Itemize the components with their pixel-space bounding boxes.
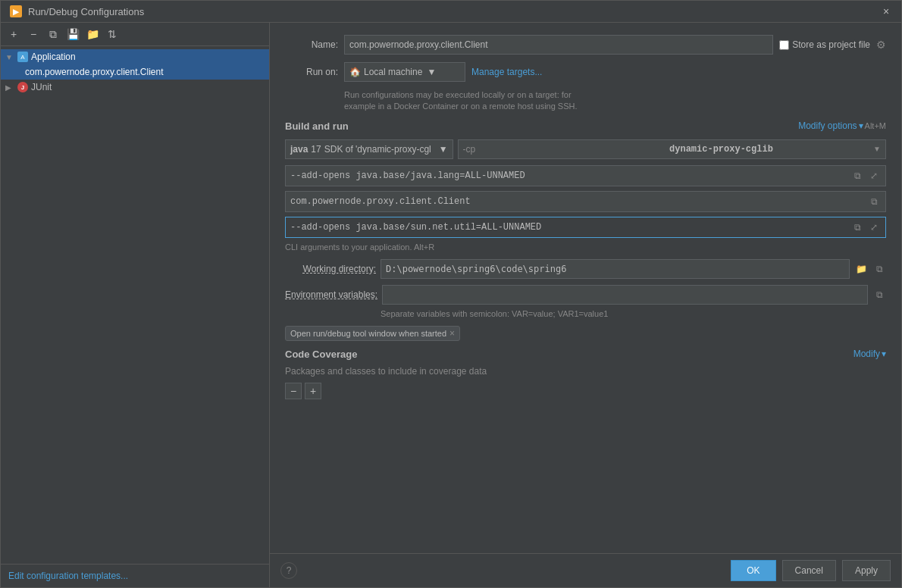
- program-args-field: --add-opens java.base/sun.net.util=ALL-U…: [285, 217, 886, 238]
- code-coverage-header: Code Coverage Modify ▾: [285, 349, 886, 360]
- junit-group-header[interactable]: ▶ J JUnit: [1, 80, 269, 95]
- coverage-buttons-row: − +: [285, 383, 886, 399]
- main-class-icons: ⧉: [867, 195, 881, 208]
- ok-button[interactable]: OK: [731, 560, 775, 581]
- vm-options-copy-icon[interactable]: ⧉: [850, 169, 864, 183]
- store-project-checkbox[interactable]: [779, 40, 789, 50]
- junit-label: JUnit: [31, 82, 52, 92]
- run-on-hint-line1: Run configurations may be executed local…: [344, 90, 572, 99]
- home-icon: 🏠: [349, 67, 361, 77]
- sdk-row: java 17 SDK of 'dynamic-proxy-cgl ▼ -cp …: [285, 139, 886, 159]
- modify-options-link[interactable]: Modify options ▾ Alt+M: [798, 120, 886, 131]
- gear-icon[interactable]: ⚙: [876, 39, 886, 51]
- dropdown-arrow-icon: ▼: [427, 67, 436, 77]
- modify-options-container: Modify options ▾ Alt+M: [798, 120, 886, 131]
- coverage-packages-label: Packages and classes to include in cover…: [285, 366, 886, 377]
- apply-button[interactable]: Apply: [842, 560, 891, 581]
- working-dir-folder-icon[interactable]: 📁: [854, 262, 868, 276]
- cancel-button[interactable]: Cancel: [782, 560, 836, 581]
- copy-config-button[interactable]: ⧉: [45, 26, 61, 42]
- application-label: Application: [31, 52, 76, 62]
- name-row: Name: Store as project file ⚙: [285, 35, 886, 55]
- run-on-hint: Run configurations may be executed local…: [344, 89, 886, 113]
- coverage-plus-button[interactable]: +: [305, 383, 321, 399]
- run-debug-dialog: ▶ Run/Debug Configurations × + − ⧉ 💾 📁 ⇅…: [0, 0, 902, 588]
- config-area: Name: Store as project file ⚙ Run on: 🏠 …: [270, 23, 901, 553]
- title-bar-left: ▶ Run/Debug Configurations: [10, 5, 144, 17]
- main-class-copy-icon[interactable]: ⧉: [867, 195, 881, 208]
- app-icon: ▶: [10, 5, 22, 17]
- cp-dropdown-arrow-icon: ▼: [873, 145, 881, 153]
- cli-hint: CLI arguments to your application. Alt+R: [285, 242, 886, 252]
- open-debug-tool-close-icon[interactable]: ×: [449, 328, 455, 339]
- close-button[interactable]: ×: [880, 5, 892, 17]
- open-debug-tool-tag: Open run/debug tool window when started …: [285, 326, 460, 341]
- vm-options-expand-icon[interactable]: ⤢: [867, 169, 881, 183]
- junit-group: ▶ J JUnit: [1, 80, 269, 95]
- save-config-button[interactable]: 💾: [64, 26, 81, 42]
- working-dir-row: Working directory: 📁 ⧉: [285, 259, 886, 279]
- code-coverage-modify-text: Modify: [853, 349, 880, 359]
- env-vars-label: Environment variables:: [285, 289, 377, 300]
- code-coverage-chevron-icon: ▾: [882, 349, 886, 359]
- remove-config-button[interactable]: −: [25, 26, 42, 42]
- vm-options-icons: ⧉ ⤢: [850, 169, 881, 183]
- env-vars-row: Environment variables: ⧉: [285, 285, 886, 305]
- sidebar-toolbar: + − ⧉ 💾 📁 ⇅: [1, 23, 269, 46]
- junit-icon: J: [17, 82, 28, 92]
- footer-right: OK Cancel Apply: [731, 560, 891, 581]
- vm-options-field: --add-opens java.base/java.lang=ALL-UNNA…: [285, 165, 886, 186]
- code-coverage-section: Code Coverage Modify ▾ Packages and clas…: [285, 349, 886, 399]
- env-vars-copy-icon[interactable]: ⧉: [872, 288, 886, 302]
- sdk-dropdown-arrow-icon: ▼: [439, 144, 448, 155]
- program-args-icons: ⧉ ⤢: [850, 220, 881, 234]
- store-project-text: Store as project file: [792, 39, 870, 50]
- application-child-label: com.powernode.proxy.client.Client: [25, 67, 164, 77]
- folder-config-button[interactable]: 📁: [84, 26, 101, 42]
- env-vars-input[interactable]: [382, 285, 868, 305]
- cp-dropdown[interactable]: -cp dynamic-proxy-cglib ▼: [458, 139, 886, 159]
- sidebar-tree: ▼ A Application com.powernode.proxy.clie…: [1, 46, 269, 564]
- program-args-expand-icon[interactable]: ⤢: [867, 220, 881, 234]
- dialog-title: Run/Debug Configurations: [28, 6, 144, 17]
- working-dir-input[interactable]: [381, 259, 850, 279]
- build-run-title: Build and run: [285, 120, 349, 132]
- sdk-version-label: 17: [311, 144, 321, 155]
- add-config-button[interactable]: +: [5, 26, 22, 42]
- application-child-item[interactable]: com.powernode.proxy.client.Client: [1, 64, 269, 80]
- program-args-copy-icon[interactable]: ⧉: [850, 220, 864, 234]
- env-vars-hint: Separate variables with semicolon: VAR=v…: [381, 309, 886, 318]
- code-coverage-modify-link[interactable]: Modify ▾: [853, 349, 886, 359]
- program-args-value[interactable]: --add-opens java.base/sun.net.util=ALL-U…: [290, 222, 846, 233]
- application-arrow: ▼: [5, 53, 14, 61]
- help-button[interactable]: ?: [280, 562, 297, 579]
- run-on-label: Run on:: [285, 67, 338, 77]
- run-on-dropdown[interactable]: 🏠 Local machine ▼: [344, 62, 465, 82]
- working-dir-label: Working directory:: [285, 264, 376, 274]
- edit-templates-link[interactable]: Edit configuration templates...: [8, 571, 128, 581]
- run-on-row: Run on: 🏠 Local machine ▼ Manage targets…: [285, 62, 886, 82]
- main-content: + − ⧉ 💾 📁 ⇅ ▼ A Application com.powernod…: [1, 23, 901, 587]
- manage-targets-link[interactable]: Manage targets...: [471, 67, 542, 77]
- run-on-value: Local machine: [364, 67, 422, 77]
- store-project-label: Store as project file: [779, 39, 870, 50]
- modify-options-text: Modify options: [798, 120, 857, 131]
- working-dir-copy-icon[interactable]: ⧉: [872, 262, 886, 276]
- footer-left: ?: [280, 562, 297, 579]
- cp-flag-label: -cp: [463, 144, 476, 155]
- coverage-minus-button[interactable]: −: [285, 383, 302, 399]
- sidebar: + − ⧉ 💾 📁 ⇅ ▼ A Application com.powernod…: [1, 23, 270, 587]
- application-group-header[interactable]: ▼ A Application: [1, 49, 269, 64]
- application-group: ▼ A Application com.powernode.proxy.clie…: [1, 49, 269, 80]
- name-input[interactable]: [344, 35, 773, 55]
- sdk-detail-label: SDK of 'dynamic-proxy-cgl: [324, 144, 431, 155]
- main-class-value: com.powernode.proxy.client.Client: [290, 196, 863, 207]
- sdk-java-label: java: [290, 144, 308, 155]
- application-icon: A: [17, 52, 28, 62]
- sort-config-button[interactable]: ⇅: [104, 26, 121, 42]
- sdk-dropdown[interactable]: java 17 SDK of 'dynamic-proxy-cgl ▼: [285, 139, 453, 159]
- sidebar-footer: Edit configuration templates...: [1, 564, 269, 587]
- chevron-down-icon: ▾: [859, 120, 863, 131]
- build-run-section-header: Build and run Modify options ▾ Alt+M: [285, 120, 886, 132]
- tags-row: Open run/debug tool window when started …: [285, 326, 886, 341]
